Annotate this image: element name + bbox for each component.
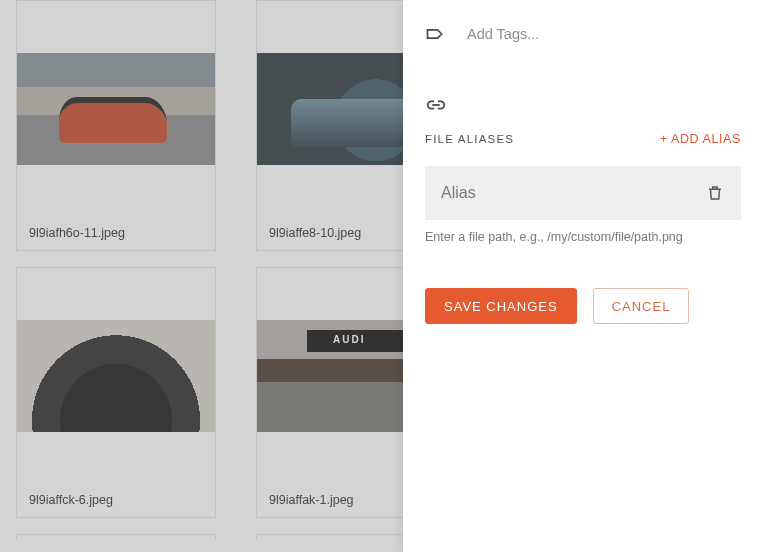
tags-input[interactable] xyxy=(467,26,741,42)
add-alias-button[interactable]: + ADD ALIAS xyxy=(660,132,741,146)
alias-input[interactable] xyxy=(441,184,691,202)
alias-hint: Enter a file path, e.g., /my/custom/file… xyxy=(425,230,741,244)
tags-row xyxy=(425,22,741,46)
alias-field xyxy=(425,166,741,220)
aliases-icon-row xyxy=(425,98,741,112)
details-panel: FILE ALIASES + ADD ALIAS Enter a file pa… xyxy=(403,0,763,552)
panel-actions: SAVE CHANGES CANCEL xyxy=(425,288,741,324)
cancel-button[interactable]: CANCEL xyxy=(593,288,690,324)
trash-icon xyxy=(706,183,724,203)
tag-icon xyxy=(425,24,445,44)
aliases-header: FILE ALIASES + ADD ALIAS xyxy=(425,132,741,146)
delete-alias-button[interactable] xyxy=(699,177,731,209)
aliases-section-label: FILE ALIASES xyxy=(425,133,514,145)
save-button[interactable]: SAVE CHANGES xyxy=(425,288,577,324)
link-icon xyxy=(425,98,741,112)
